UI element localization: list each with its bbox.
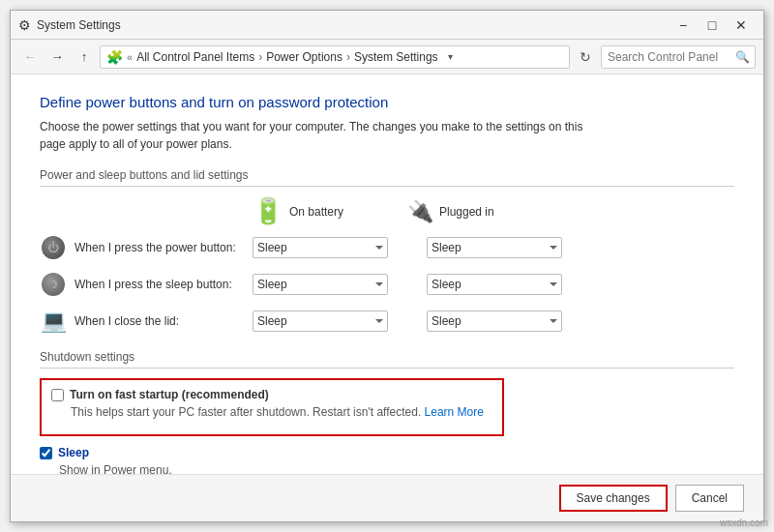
titlebar-left: ⚙ System Settings [18, 17, 121, 33]
watermark: wsxdn.com [720, 517, 768, 528]
sleep-label[interactable]: Sleep [58, 446, 89, 459]
refresh-button[interactable]: ↻ [574, 45, 597, 69]
breadcrumb-part3: System Settings [354, 50, 438, 64]
search-icon: 🔍 [735, 50, 750, 64]
section2-label: Shutdown settings [40, 350, 734, 369]
power-button-battery-select[interactable]: Sleep Do nothing Hibernate Shut down Tur… [253, 237, 388, 258]
row2-text: When I press the sleep button: [74, 278, 232, 291]
table-row: ⏻ When I press the power button: Sleep D… [40, 234, 734, 261]
row1-plugged-cell: Sleep Do nothing Hibernate Shut down Tur… [427, 237, 581, 258]
close-button[interactable]: ✕ [727, 14, 756, 37]
titlebar-controls: − □ ✕ [669, 14, 756, 37]
row3-label: 💻 When I close the lid: [40, 308, 253, 335]
section1-label: Power and sleep buttons and lid settings [40, 168, 734, 187]
power-table: 🔋 On battery 🔌 Plugged in ⏻ When I pre [40, 196, 734, 335]
page-description: Choose the power settings that you want … [40, 118, 601, 153]
search-wrapper: 🔍 [601, 45, 756, 69]
battery-icon: 🔋 [253, 196, 283, 226]
plugged-label: Plugged in [439, 205, 494, 219]
toolbar: ← → ↑ 🧩 « All Control Panel Items › Powe… [11, 40, 763, 74]
fast-startup-desc: This helps start your PC faster after sh… [71, 405, 492, 419]
sleep-option: Sleep Show in Power menu. [40, 446, 734, 474]
search-input[interactable] [601, 45, 756, 69]
back-button[interactable]: ← [18, 45, 42, 69]
breadcrumb-part1: All Control Panel Items [136, 50, 254, 64]
lid-plugged-select[interactable]: Sleep Do nothing Hibernate Shut down Tur… [427, 310, 562, 332]
minimize-button[interactable]: − [669, 14, 698, 37]
main-content: Define power buttons and turn on passwor… [11, 74, 763, 474]
address-dropdown-button[interactable]: ▾ [442, 45, 460, 69]
sleep-button-plugged-select[interactable]: Sleep Do nothing Hibernate Shut down Tur… [427, 274, 562, 295]
breadcrumb-sep0: « [127, 51, 133, 63]
footer: Save changes Cancel [11, 474, 763, 521]
col-battery-header: 🔋 On battery [253, 196, 407, 226]
breadcrumb-sep2: › [346, 50, 350, 64]
row1-label: ⏻ When I press the power button: [40, 234, 253, 261]
fast-startup-label[interactable]: Turn on fast startup (recommended) [70, 388, 269, 401]
sleep-checkbox[interactable] [40, 447, 52, 459]
titlebar: ⚙ System Settings − □ ✕ [11, 11, 763, 40]
row1-battery-cell: Sleep Do nothing Hibernate Shut down Tur… [253, 237, 407, 258]
table-row: ☽ When I press the sleep button: Sleep D… [40, 271, 734, 298]
power-button-plugged-select[interactable]: Sleep Do nothing Hibernate Shut down Tur… [427, 237, 562, 258]
address-icon: 🧩 [106, 49, 123, 65]
row3-plugged-cell: Sleep Do nothing Hibernate Shut down Tur… [427, 310, 581, 332]
fast-startup-row: Turn on fast startup (recommended) [51, 388, 492, 401]
sleep-sublabel: Show in Power menu. [59, 463, 734, 474]
lid-icon-wrap: 💻 [40, 308, 67, 335]
address-bar: 🧩 « All Control Panel Items › Power Opti… [100, 45, 570, 69]
sleep-button-battery-select[interactable]: Sleep Do nothing Hibernate Shut down Tur… [253, 274, 388, 295]
row3-battery-cell: Sleep Do nothing Hibernate Shut down Tur… [253, 310, 407, 332]
sleep-circle-icon: ☽ [42, 273, 65, 296]
main-window: ⚙ System Settings − □ ✕ ← → ↑ 🧩 « All Co… [10, 10, 764, 522]
row3-text: When I close the lid: [74, 314, 179, 328]
maximize-button[interactable]: □ [698, 14, 727, 37]
fast-startup-checkbox[interactable] [51, 389, 64, 401]
window-icon: ⚙ [18, 17, 31, 33]
power-circle-icon: ⏻ [42, 236, 65, 259]
table-header: 🔋 On battery 🔌 Plugged in [40, 196, 734, 226]
shutdown-section: Shutdown settings Turn on fast startup (… [40, 350, 734, 474]
lid-icon: 💻 [41, 309, 67, 334]
save-button[interactable]: Save changes [559, 485, 668, 512]
breadcrumb-part2: Power Options [266, 50, 342, 64]
table-row: 💻 When I close the lid: Sleep Do nothing… [40, 308, 734, 335]
page-title: Define power buttons and turn on passwor… [40, 94, 734, 110]
battery-label: On battery [289, 205, 343, 219]
up-button[interactable]: ↑ [73, 45, 96, 69]
row1-text: When I press the power button: [74, 241, 236, 254]
row2-plugged-cell: Sleep Do nothing Hibernate Shut down Tur… [427, 274, 581, 295]
row2-battery-cell: Sleep Do nothing Hibernate Shut down Tur… [253, 274, 407, 295]
lid-battery-select[interactable]: Sleep Do nothing Hibernate Shut down Tur… [253, 310, 388, 332]
col-plugged-header: 🔌 Plugged in [407, 199, 562, 224]
fast-startup-box: Turn on fast startup (recommended) This … [40, 378, 504, 436]
forward-button[interactable]: → [45, 45, 69, 69]
plug-icon: 🔌 [407, 199, 433, 224]
window-title: System Settings [37, 18, 121, 32]
power-button-icon-wrap: ⏻ [40, 234, 67, 261]
row2-label: ☽ When I press the sleep button: [40, 271, 253, 298]
learn-more-link[interactable]: Learn More [425, 405, 484, 419]
breadcrumb-sep1: › [258, 50, 262, 64]
sleep-button-icon-wrap: ☽ [40, 271, 67, 298]
cancel-button[interactable]: Cancel [675, 485, 744, 512]
